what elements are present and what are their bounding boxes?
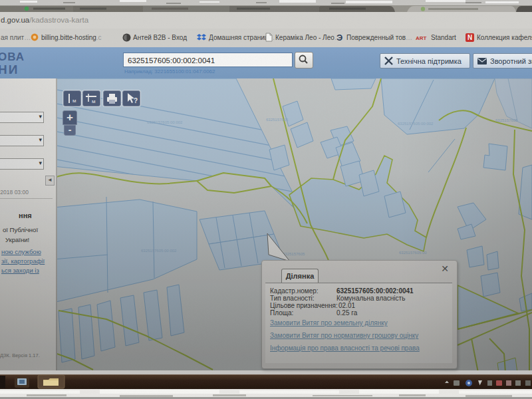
svg-text:6325157605:00:002: 6325157605:00:002 <box>147 120 183 124</box>
svg-text:6325157605: 6325157605 <box>495 118 518 122</box>
svg-text:6325157605:00:002: 6325157605:00:002 <box>141 249 177 253</box>
svg-text:м: м <box>72 98 76 104</box>
svg-text:6325157605:00:002: 6325157605:00:002 <box>398 122 434 126</box>
svg-text:?: ? <box>134 97 138 104</box>
svg-text:6325157605: 6325157605 <box>283 252 305 256</box>
svg-text:N: N <box>467 34 472 41</box>
svg-text:6325157605: 6325157605 <box>266 118 289 122</box>
svg-text:м: м <box>92 98 96 104</box>
svg-text:6325157605:00: 6325157605:00 <box>399 251 427 255</box>
